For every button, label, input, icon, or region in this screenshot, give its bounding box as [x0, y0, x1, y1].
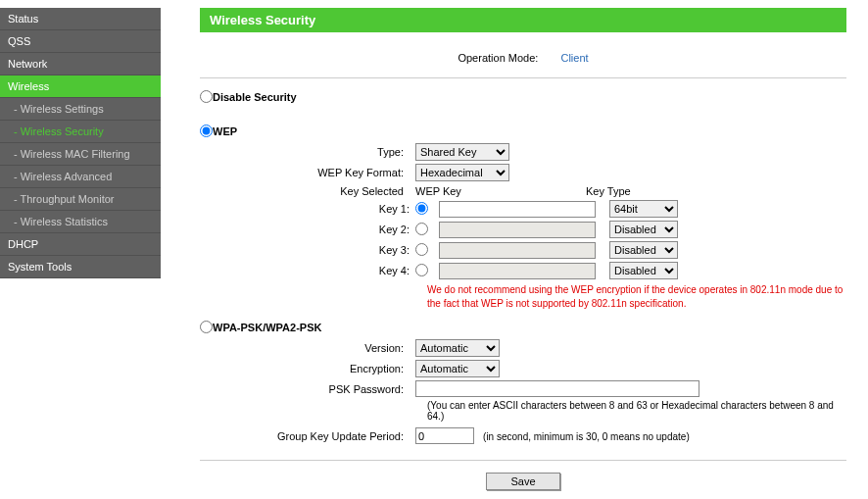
key2-type-select[interactable]: Disabled — [609, 221, 678, 238]
key2-label: Key 2: — [200, 224, 415, 235]
key2-radio[interactable] — [415, 223, 428, 235]
group-key-hint: (in second, minimum is 30, 0 means no up… — [483, 431, 690, 442]
wep-type-label: Type: — [200, 146, 415, 158]
nav-dhcp[interactable]: DHCP — [0, 233, 161, 256]
wpa-version-select[interactable]: Automatic — [415, 339, 500, 357]
group-key-input[interactable] — [415, 427, 474, 444]
wpa-encryption-select[interactable]: Automatic — [415, 360, 500, 377]
key4-type-select[interactable]: Disabled — [609, 262, 678, 279]
nav-status[interactable]: Status — [0, 8, 161, 30]
page-title: Wireless Security — [200, 8, 846, 32]
key4-input[interactable] — [439, 263, 596, 279]
nav-throughput-monitor[interactable]: - Throughput Monitor — [0, 188, 161, 211]
nav-wireless-mac-filtering[interactable]: - Wireless MAC Filtering — [0, 143, 161, 166]
nav-qss[interactable]: QSS — [0, 30, 161, 53]
key3-radio[interactable] — [415, 243, 428, 256]
wpa-encryption-label: Encryption: — [200, 363, 415, 374]
label-wep: WEP — [213, 125, 237, 137]
nav-wireless-statistics[interactable]: - Wireless Statistics — [0, 211, 161, 233]
key4-label: Key 4: — [200, 265, 415, 276]
nav-system-tools[interactable]: System Tools — [0, 256, 161, 278]
key3-type-select[interactable]: Disabled — [609, 241, 678, 259]
operation-mode-value: Client — [560, 52, 588, 64]
nav-wireless-security[interactable]: - Wireless Security — [0, 121, 161, 143]
key3-label: Key 3: — [200, 244, 415, 256]
key-selected-header: Key Selected — [200, 185, 415, 197]
sidebar: Status QSS Network Wireless - Wireless S… — [0, 0, 161, 499]
save-button[interactable]: Save — [486, 473, 559, 490]
operation-mode-label: Operation Mode: — [458, 52, 538, 64]
radio-wep[interactable] — [200, 125, 213, 137]
nav-wireless-settings[interactable]: - Wireless Settings — [0, 98, 161, 121]
key1-radio[interactable] — [415, 202, 428, 215]
nav-wireless-advanced[interactable]: - Wireless Advanced — [0, 166, 161, 188]
radio-disable-security[interactable] — [200, 90, 213, 103]
wep-format-select[interactable]: Hexadecimal — [415, 164, 509, 181]
wep-format-label: WEP Key Format: — [200, 167, 415, 178]
main-content: Wireless Security Operation Mode: Client… — [161, 0, 868, 499]
key2-input[interactable] — [439, 222, 596, 238]
wep-warning: We do not recommend using the WEP encryp… — [427, 283, 846, 311]
key1-label: Key 1: — [200, 203, 415, 215]
psk-hint: (You can enter ASCII characters between … — [427, 400, 846, 422]
key3-input[interactable] — [439, 242, 596, 259]
psk-password-input[interactable] — [415, 380, 699, 397]
key4-radio[interactable] — [415, 264, 428, 276]
wpa-version-label: Version: — [200, 342, 415, 354]
divider — [200, 77, 846, 78]
psk-password-label: PSK Password: — [200, 383, 415, 395]
wep-key-header: WEP Key — [415, 185, 586, 197]
key1-input[interactable] — [439, 201, 596, 218]
divider — [200, 460, 846, 461]
nav-network[interactable]: Network — [0, 53, 161, 75]
label-wpa-psk: WPA-PSK/WPA2-PSK — [213, 322, 321, 333]
radio-wpa-psk[interactable] — [200, 321, 213, 333]
label-disable-security: Disable Security — [213, 91, 297, 103]
key-type-header: Key Type — [586, 185, 631, 197]
key1-type-select[interactable]: 64bit — [609, 200, 678, 218]
wep-type-select[interactable]: Shared Key — [415, 143, 509, 161]
nav-wireless[interactable]: Wireless — [0, 75, 161, 98]
group-key-label: Group Key Update Period: — [200, 430, 415, 442]
